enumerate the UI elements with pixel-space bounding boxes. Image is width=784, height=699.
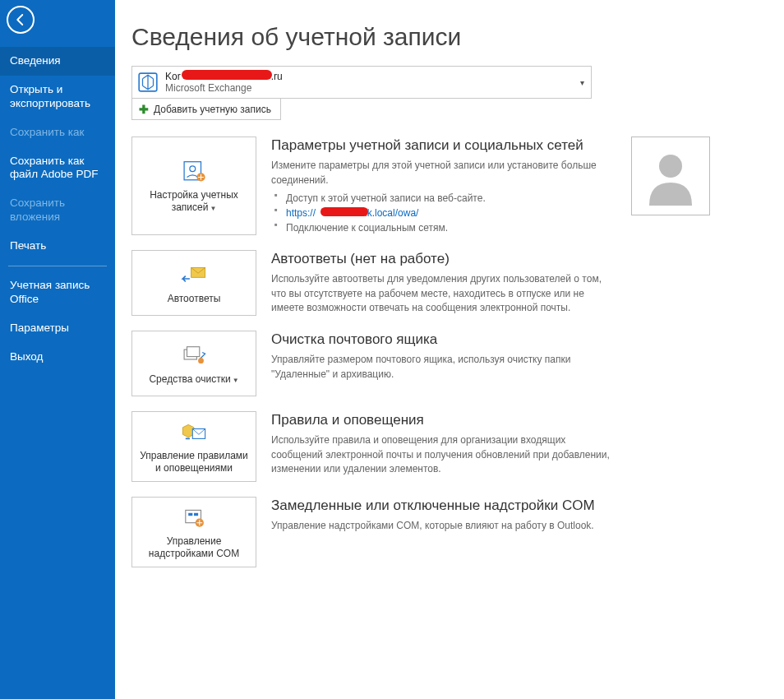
chevron-down-icon: ▾ [580,78,584,87]
plus-icon: ✚ [139,103,149,116]
sidebar-item-print[interactable]: Печать [0,232,115,261]
sidebar-item-exit[interactable]: Выход [0,343,115,372]
svg-rect-11 [188,513,192,516]
account-settings-icon [180,160,208,184]
svg-rect-12 [194,513,198,516]
redaction-mark [321,207,368,216]
rules-tile[interactable]: Управление правилами и оповещениями [131,411,256,482]
page-title: Сведения об учетной записи [131,23,759,51]
person-placeholder-icon [641,146,700,206]
section-desc-addins: Управление надстройками COM, которые вли… [271,519,616,533]
rules-icon [180,420,208,445]
section-desc-cleanup: Управляйте размером почтового ящика, исп… [271,353,616,382]
chevron-down-icon: ▼ [210,205,216,213]
section-title-addins: Замедленные или отключенные надстройки C… [271,497,616,514]
back-button[interactable] [7,6,35,34]
account-type: Microsoft Exchange [165,82,283,94]
account-dropdown[interactable]: Kor.ru Microsoft Exchange ▾ [131,66,592,99]
section-desc-autoreply: Используйте автоответы для уведомления д… [271,272,616,315]
autoreply-tile[interactable]: Автоответы [131,250,256,316]
section-desc-rules: Используйте правила и оповещения для орг… [271,433,616,476]
section-title-rules: Правила и оповещения [271,411,616,428]
sidebar-item-save-as: Сохранить как [0,118,115,147]
sidebar-item-options[interactable]: Параметры [0,314,115,343]
add-account-label: Добавить учетную запись [154,104,271,115]
addins-icon [180,506,208,530]
account-email: Kor.ru [165,71,283,82]
redaction-mark [182,70,272,80]
cleanup-icon [180,344,208,368]
svg-rect-7 [187,346,200,356]
svg-point-8 [198,358,204,363]
profile-avatar[interactable] [631,137,710,215]
sidebar-item-save-pdf[interactable]: Сохранить как файл Adobe PDF [0,147,115,190]
cleanup-tile[interactable]: Средства очистки▼ [131,331,256,396]
sidebar-item-info[interactable]: Сведения [0,47,115,76]
section-title-account-settings: Параметры учетной записи и социальных се… [271,137,616,154]
main-content: Сведения об учетной записи Kor.ru Micros… [115,0,784,699]
bullet-web-access: Доступ к этой учетной записи на веб-сайт… [271,191,616,206]
exchange-icon [137,72,159,93]
chevron-down-icon: ▼ [233,377,239,385]
account-settings-tile[interactable]: Настройка учетных записей▼ [131,137,256,235]
svg-point-4 [659,155,682,178]
arrow-left-icon [13,12,28,27]
sidebar-separator [8,266,107,266]
section-desc-account-settings: Измените параметры для этой учетной запи… [271,159,616,187]
sidebar-item-open-export[interactable]: Открыть и экспортировать [0,76,115,118]
section-title-autoreply: Автоответы (нет на работе) [271,250,616,267]
sidebar-item-office-account[interactable]: Учетная запись Office [0,271,115,314]
autoreply-icon [180,263,208,288]
backstage-sidebar: Сведения Открыть и экспортировать Сохран… [0,0,115,699]
add-account-button[interactable]: ✚ Добавить учетную запись [131,99,281,120]
bullet-social: Подключение к социальным сетям. [271,220,616,235]
svg-point-2 [190,165,196,171]
section-title-cleanup: Очистка почтового ящика [271,331,616,348]
com-addins-tile[interactable]: Управление надстройками COM [131,497,256,567]
sidebar-item-save-attachments: Сохранить вложения [0,189,115,232]
